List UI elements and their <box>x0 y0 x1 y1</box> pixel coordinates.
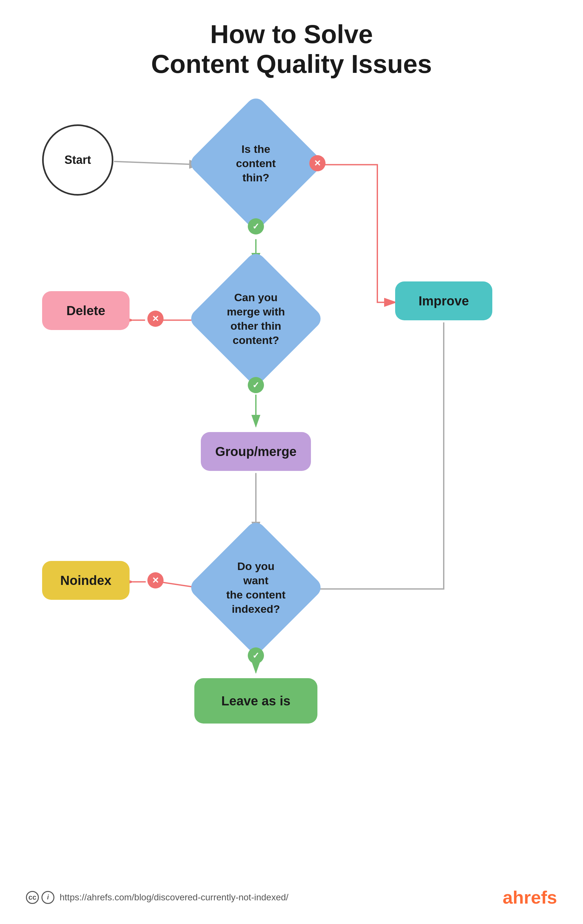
yes-symbol-2: ✓ <box>252 380 259 390</box>
info-icon: i <box>41 891 55 904</box>
no-connector-3: ✕ <box>147 572 164 589</box>
diamond-1-wrapper: Is the content thin? <box>207 115 304 212</box>
footer-icons: cc i <box>26 891 55 904</box>
footer-left: cc i https://ahrefs.com/blog/discovered-… <box>26 891 289 904</box>
title-section: How to Solve Content Quality Issues <box>151 20 432 79</box>
group-merge-box: Group/merge <box>201 432 311 471</box>
no-symbol-1: ✕ <box>314 158 321 168</box>
yes-symbol-3: ✓ <box>252 651 259 661</box>
improve-box: Improve <box>395 281 492 320</box>
no-connector-1: ✕ <box>309 155 325 171</box>
yes-connector-3: ✓ <box>248 647 264 663</box>
cc-icon: cc <box>26 891 39 904</box>
improve-label: Improve <box>418 294 469 309</box>
start-node: Start <box>42 124 113 196</box>
yes-connector-2: ✓ <box>248 377 264 393</box>
leave-as-is-label: Leave as is <box>221 694 291 708</box>
diamond-2-wrapper: Can you merge with other thin content? <box>207 270 304 367</box>
diagram-area: Start Is the content thin? ✓ ✕ Can you m… <box>0 79 583 924</box>
no-connector-2: ✕ <box>147 310 164 327</box>
footer: cc i https://ahrefs.com/blog/discovered-… <box>0 887 583 908</box>
page-title: How to Solve Content Quality Issues <box>151 20 432 79</box>
noindex-label: Noindex <box>60 573 111 588</box>
delete-label: Delete <box>66 304 105 318</box>
diamond-3-text: Do you want the content indexed? <box>223 559 288 616</box>
yes-connector-1: ✓ <box>248 218 264 234</box>
noindex-box: Noindex <box>42 561 130 600</box>
svg-line-5 <box>114 162 201 165</box>
diamond-2-text: Can you merge with other thin content? <box>227 290 285 348</box>
leave-as-is-box: Leave as is <box>194 678 317 724</box>
page-container: How to Solve Content Quality Issues <box>0 0 583 924</box>
diamond-1-text: Is the content thin? <box>236 142 276 185</box>
footer-url: https://ahrefs.com/blog/discovered-curre… <box>59 892 289 903</box>
ahrefs-logo: ahrefs <box>503 887 557 908</box>
no-symbol-3: ✕ <box>152 576 159 586</box>
no-symbol-2: ✕ <box>152 314 159 324</box>
yes-symbol-1: ✓ <box>252 221 259 231</box>
group-merge-label: Group/merge <box>215 444 296 459</box>
delete-box: Delete <box>42 291 130 330</box>
diamond-3-wrapper: Do you want the content indexed? <box>207 539 304 636</box>
